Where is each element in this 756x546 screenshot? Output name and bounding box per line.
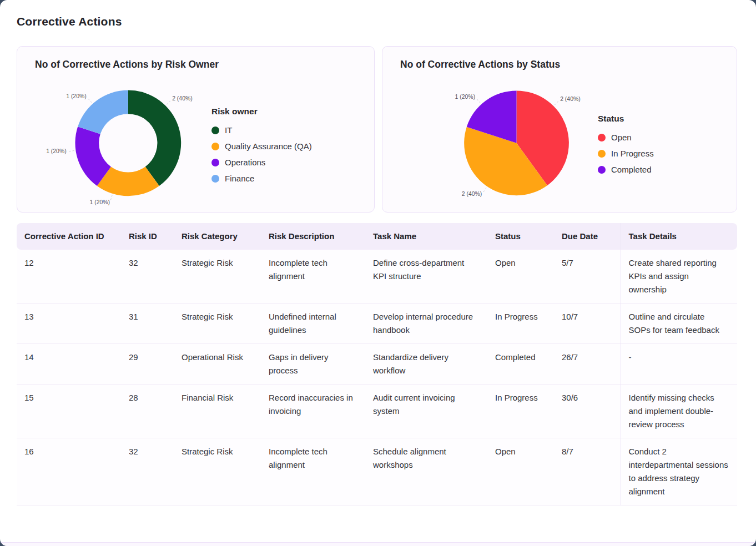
risk-owner-legend-title: Risk owner <box>211 107 312 117</box>
cell-risk-description: Record inaccuracies in invoicing <box>261 385 365 438</box>
status-pie-chart[interactable]: 2 (40%)2 (40%)1 (20%) <box>382 47 737 212</box>
label-leader-line <box>483 188 487 193</box>
cell-risk-id: 31 <box>121 304 174 344</box>
in-progress-legend-dot-icon <box>598 150 606 158</box>
cell-task-name: Develop internal procedure handbook <box>365 304 487 344</box>
label-leader-line <box>110 195 112 201</box>
legend-item-label: IT <box>225 125 232 135</box>
cell-status: In Progress <box>487 304 554 344</box>
cell-status: Open <box>487 438 554 505</box>
cell-risk-category: Strategic Risk <box>174 250 261 304</box>
cell-risk-category: Financial Risk <box>174 385 261 438</box>
table-row: 13 31 Strategic Risk Undefined internal … <box>17 304 737 344</box>
label-leader-line <box>167 100 170 104</box>
cell-task-details: Identify missing checks and implement do… <box>621 385 737 438</box>
table-row: 12 32 Strategic Risk Incomplete tech ali… <box>17 250 737 304</box>
label-leader-line <box>88 98 92 102</box>
cell-risk-id: 28 <box>121 385 174 438</box>
legend-item-label: In Progress <box>611 149 654 158</box>
table-row: 14 29 Operational Risk Gaps in delivery … <box>17 344 737 385</box>
cell-task-name: Audit current invoicing system <box>365 385 487 438</box>
table-row: 16 32 Strategic Risk Incomplete tech ali… <box>17 438 737 505</box>
header-corrective-action-id: Corrective Action ID <box>17 223 121 250</box>
legend-item-it[interactable]: IT <box>211 125 312 135</box>
cell-task-details: - <box>621 344 737 385</box>
legend-item-in-progress[interactable]: In Progress <box>598 149 654 158</box>
label-leader-line <box>555 101 558 105</box>
status-legend: Status Open In Progress Completed <box>598 114 654 174</box>
pie-slice-label: 2 (40%) <box>560 96 581 102</box>
operations-legend-dot-icon <box>211 159 219 166</box>
legend-item-label: Finance <box>225 174 254 183</box>
header-task-details: Task Details <box>621 223 737 250</box>
label-leader-line <box>69 151 74 151</box>
legend-item-completed[interactable]: Completed <box>598 165 654 174</box>
cell-risk-category: Operational Risk <box>174 344 261 385</box>
open-legend-dot-icon <box>598 134 606 141</box>
cell-task-name: Define cross-department KPI structure <box>365 250 487 304</box>
charts-row: No of Corrective Actions by Risk Owner 2… <box>17 46 737 213</box>
cell-risk-category: Strategic Risk <box>174 304 261 344</box>
cell-risk-id: 32 <box>121 438 174 505</box>
legend-item-label: Open <box>611 133 632 142</box>
cell-risk-category: Strategic Risk <box>174 438 261 505</box>
finance-legend-dot-icon <box>211 175 219 183</box>
header-risk-category: Risk Category <box>174 223 261 250</box>
pie-slice-label: 1 (20%) <box>90 199 110 205</box>
next-section-peek <box>0 542 756 546</box>
table-row: 15 28 Financial Risk Record inaccuracies… <box>17 385 737 438</box>
header-risk-id: Risk ID <box>121 223 174 250</box>
pie-slice-label: 1 (20%) <box>46 148 67 154</box>
legend-item-label: Operations <box>225 158 265 167</box>
cell-risk-description: Gaps in delivery process <box>261 344 365 385</box>
status-legend-title: Status <box>598 114 654 124</box>
cell-corrective-action-id: 16 <box>17 438 121 505</box>
legend-item-label: Completed <box>611 165 652 174</box>
cell-status: Completed <box>487 344 554 385</box>
cell-task-details: Outline and circulate SOPs for team feed… <box>621 304 737 344</box>
legend-item-finance[interactable]: Finance <box>211 174 312 183</box>
cell-risk-description: Incomplete tech alignment <box>261 250 365 304</box>
cell-risk-id: 29 <box>121 344 174 385</box>
page-title: Corrective Actions <box>17 15 122 28</box>
legend-item-operations[interactable]: Operations <box>211 158 312 167</box>
cell-risk-id: 32 <box>121 250 174 304</box>
qa-legend-dot-icon <box>211 143 219 150</box>
header-status: Status <box>487 223 554 250</box>
label-leader-line <box>477 99 481 103</box>
cell-risk-description: Incomplete tech alignment <box>261 438 365 505</box>
corrective-actions-table: Corrective Action ID Risk ID Risk Catego… <box>17 223 737 505</box>
cell-status: Open <box>487 250 554 304</box>
risk-owner-legend: Risk owner IT Quality Assurance (QA) Ope… <box>211 107 312 183</box>
cell-due-date: 5/7 <box>554 250 621 304</box>
table-header-row: Corrective Action ID Risk ID Risk Catego… <box>17 223 737 250</box>
legend-item-label: Quality Assurance (QA) <box>225 141 312 151</box>
risk-owner-donut-chart[interactable]: 2 (40%)1 (20%)1 (20%)1 (20%) <box>17 47 374 212</box>
cell-corrective-action-id: 15 <box>17 385 121 438</box>
cell-task-details: Create shared reporting KPIs and assign … <box>621 250 737 304</box>
pie-slice-label: 1 (20%) <box>455 94 476 100</box>
cell-status: In Progress <box>487 385 554 438</box>
header-due-date: Due Date <box>554 223 621 250</box>
header-risk-description: Risk Description <box>261 223 365 250</box>
cell-corrective-action-id: 13 <box>17 304 121 344</box>
risk-owner-chart-card: No of Corrective Actions by Risk Owner 2… <box>17 46 375 213</box>
legend-item-open[interactable]: Open <box>598 133 654 142</box>
cell-due-date: 8/7 <box>554 438 621 505</box>
status-chart-card: No of Corrective Actions by Status 2 (40… <box>382 46 737 213</box>
header-task-name: Task Name <box>365 223 487 250</box>
legend-item-quality-assurance[interactable]: Quality Assurance (QA) <box>211 141 312 151</box>
it-legend-dot-icon <box>211 127 219 134</box>
cell-corrective-action-id: 14 <box>17 344 121 385</box>
cell-task-name: Standardize delivery workflow <box>365 344 487 385</box>
cell-task-details: Conduct 2 interdepartmental sessions to … <box>621 438 737 505</box>
cell-corrective-action-id: 12 <box>17 250 121 304</box>
completed-legend-dot-icon <box>598 166 606 174</box>
pie-slice-label: 2 (40%) <box>462 191 482 197</box>
cell-due-date: 30/6 <box>554 385 621 438</box>
cell-task-name: Schedule alignment workshops <box>365 438 487 505</box>
cell-due-date: 10/7 <box>554 304 621 344</box>
cell-risk-description: Undefined internal guidelines <box>261 304 365 344</box>
pie-slice-label: 1 (20%) <box>66 93 86 99</box>
corrective-actions-page: Corrective Actions No of Corrective Acti… <box>0 0 756 546</box>
